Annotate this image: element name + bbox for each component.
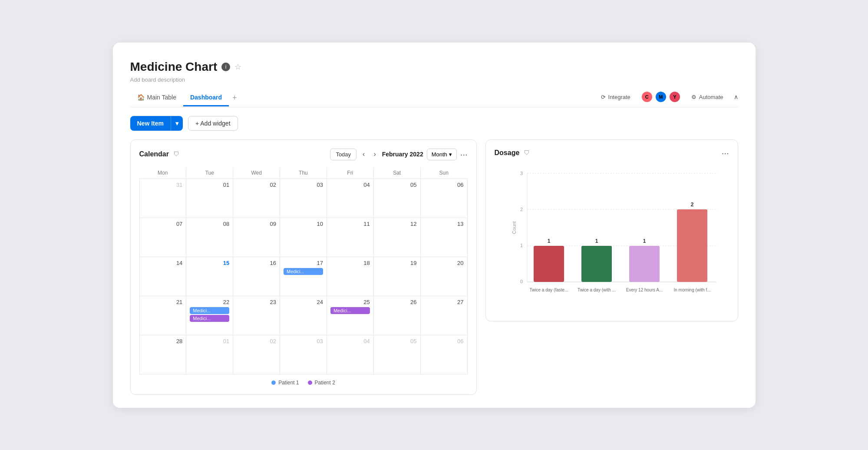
calendar-cell: 25Medici... bbox=[327, 296, 373, 335]
calendar-legend: Patient 1 Patient 2 bbox=[139, 380, 468, 386]
day-number: 01 bbox=[190, 338, 229, 344]
calendar-cell: 07 bbox=[139, 218, 186, 257]
dosage-header: Dosage ⛉ ··· bbox=[495, 149, 729, 158]
next-month-button[interactable]: › bbox=[371, 149, 378, 160]
day-number: 21 bbox=[143, 299, 183, 305]
calendar-header: Calendar ⛉ Today ‹ › February 2022 Month… bbox=[139, 149, 468, 160]
avatar-3: Y bbox=[669, 91, 681, 103]
calendar-cell: 31 bbox=[139, 179, 186, 218]
calendar-cell: 19 bbox=[373, 257, 420, 296]
calendar-cell: 27 bbox=[420, 296, 467, 335]
toolbar: New Item ▾ + Add widget bbox=[130, 116, 738, 131]
calendar-cell: 10 bbox=[280, 218, 327, 257]
calendar-cell: 22Medici...Medici... bbox=[186, 296, 233, 335]
calendar-title: Calendar bbox=[139, 150, 169, 158]
day-number: 27 bbox=[424, 299, 464, 305]
legend-patient1: Patient 1 bbox=[271, 380, 299, 386]
day-number: 14 bbox=[143, 260, 183, 266]
bar-4 bbox=[677, 209, 707, 282]
day-number: 19 bbox=[377, 260, 417, 266]
calendar-cell: 06 bbox=[420, 335, 467, 374]
calendar-grid: MonTueWedThuFriSatSun 310102030405060708… bbox=[139, 167, 468, 374]
calendar-cell: 03 bbox=[280, 335, 327, 374]
day-number: 05 bbox=[377, 182, 417, 188]
dosage-filter-icon[interactable]: ⛉ bbox=[524, 149, 530, 156]
board-description[interactable]: Add board description bbox=[130, 76, 738, 83]
calendar-cell: 05 bbox=[373, 335, 420, 374]
calendar-event[interactable]: Medici... bbox=[190, 315, 229, 322]
day-number: 31 bbox=[143, 182, 183, 188]
day-number: 10 bbox=[284, 221, 323, 227]
calendar-event[interactable]: Medici... bbox=[284, 268, 323, 275]
calendar-cell: 12 bbox=[373, 218, 420, 257]
tab-dashboard[interactable]: Dashboard bbox=[183, 89, 229, 106]
svg-text:2: 2 bbox=[690, 202, 693, 208]
calendar-cell: 16 bbox=[233, 257, 280, 296]
page-title: Medicine Chart bbox=[130, 60, 218, 74]
day-number: 11 bbox=[330, 221, 370, 227]
calendar-cell: 20 bbox=[420, 257, 467, 296]
calendar-cell: 01 bbox=[186, 335, 233, 374]
bar-3 bbox=[629, 246, 660, 282]
day-number: 18 bbox=[330, 260, 370, 266]
day-number: 28 bbox=[143, 338, 183, 344]
svg-text:1: 1 bbox=[547, 238, 550, 244]
dosage-more-button[interactable]: ··· bbox=[722, 149, 729, 157]
day-number: 25 bbox=[330, 299, 370, 305]
calendar-day-header: Mon bbox=[139, 167, 186, 179]
new-item-button[interactable]: New Item ▾ bbox=[130, 116, 183, 131]
calendar-cell: 23 bbox=[233, 296, 280, 335]
page-header: Medicine Chart i ☆ bbox=[130, 60, 738, 74]
calendar-cell: 06 bbox=[420, 179, 467, 218]
legend-dot-patient2 bbox=[308, 381, 312, 385]
calendar-more-button[interactable]: ··· bbox=[460, 150, 468, 159]
tab-main-table[interactable]: 🏠 Main Table bbox=[130, 89, 183, 106]
calendar-cell: 05 bbox=[373, 179, 420, 218]
calendar-cell: 01 bbox=[186, 179, 233, 218]
svg-text:In morning (with f...: In morning (with f... bbox=[673, 288, 710, 292]
calendar-day-header: Thu bbox=[280, 167, 327, 179]
month-label: February 2022 bbox=[382, 151, 423, 158]
calendar-day-header: Fri bbox=[327, 167, 373, 179]
tabs-row: 🏠 Main Table Dashboard + ⟳ Integrate C M… bbox=[130, 89, 738, 107]
calendar-filter-icon[interactable]: ⛉ bbox=[173, 151, 179, 158]
calendar-day-header: Wed bbox=[233, 167, 280, 179]
add-widget-button[interactable]: + Add widget bbox=[188, 116, 238, 131]
collapse-icon[interactable]: ∧ bbox=[734, 93, 738, 100]
avatar-2: M bbox=[655, 91, 667, 103]
favorite-icon[interactable]: ☆ bbox=[234, 62, 241, 72]
calendar-event[interactable]: Medici... bbox=[190, 307, 229, 314]
calendar-cell: 04 bbox=[327, 335, 373, 374]
calendar-cell: 02 bbox=[233, 335, 280, 374]
day-number: 15 bbox=[190, 260, 229, 266]
new-item-dropdown[interactable]: ▾ bbox=[171, 116, 183, 131]
day-number: 20 bbox=[424, 260, 464, 266]
integrate-button[interactable]: ⟳ Integrate bbox=[597, 92, 634, 102]
day-number: 04 bbox=[330, 182, 370, 188]
day-number: 02 bbox=[237, 182, 276, 188]
svg-text:1: 1 bbox=[643, 238, 646, 244]
automate-button[interactable]: ⚙ Automate bbox=[688, 92, 727, 102]
day-number: 06 bbox=[424, 338, 464, 344]
calendar-cell: 24 bbox=[280, 296, 327, 335]
dosage-title: Dosage bbox=[495, 149, 520, 157]
view-dropdown[interactable]: Month ▾ bbox=[427, 149, 457, 160]
day-number: 03 bbox=[284, 338, 323, 344]
day-number: 03 bbox=[284, 182, 323, 188]
day-number: 16 bbox=[237, 260, 276, 266]
calendar-cell: 08 bbox=[186, 218, 233, 257]
today-button[interactable]: Today bbox=[330, 149, 356, 160]
svg-text:0: 0 bbox=[520, 279, 522, 284]
day-number: 26 bbox=[377, 299, 417, 305]
day-number: 09 bbox=[237, 221, 276, 227]
info-icon[interactable]: i bbox=[221, 63, 230, 71]
prev-month-button[interactable]: ‹ bbox=[360, 149, 367, 160]
calendar-event[interactable]: Medici... bbox=[330, 307, 370, 314]
add-tab-button[interactable]: + bbox=[229, 89, 241, 107]
legend-patient2: Patient 2 bbox=[308, 380, 335, 386]
calendar-cell: 11 bbox=[327, 218, 373, 257]
app-container: Medicine Chart i ☆ Add board description… bbox=[113, 43, 756, 408]
calendar-day-header: Tue bbox=[186, 167, 233, 179]
tabs-right: ⟳ Integrate C M Y ⚙ Automate ∧ bbox=[597, 91, 738, 105]
calendar-cell: 02 bbox=[233, 179, 280, 218]
